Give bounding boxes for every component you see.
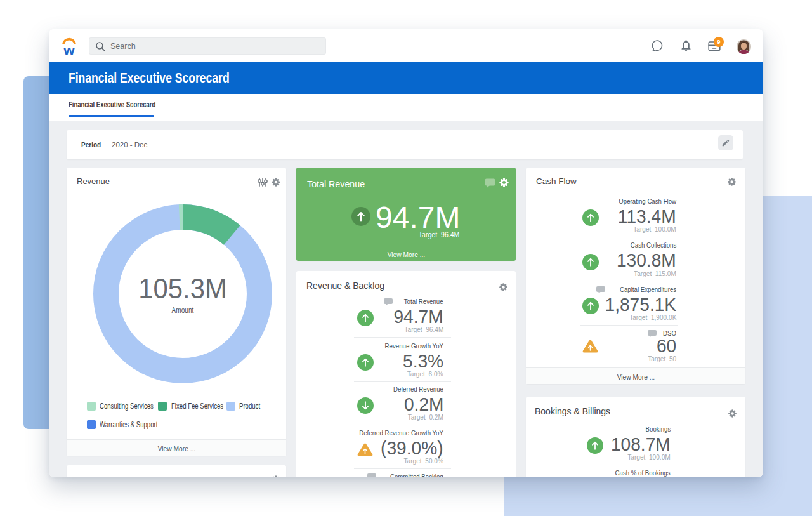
svg-text:w: w (63, 43, 75, 55)
